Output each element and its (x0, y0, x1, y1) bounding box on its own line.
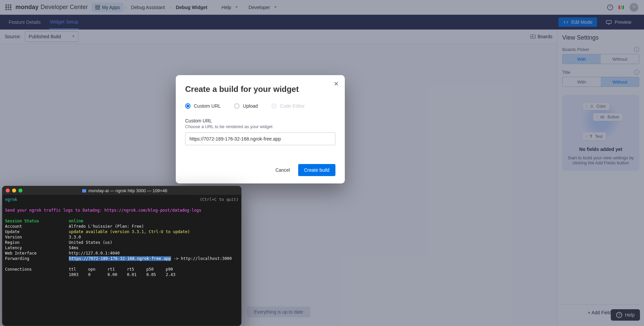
radio-dot (234, 103, 239, 109)
close-icon[interactable]: ✕ (332, 80, 340, 88)
build-type-radios: Custom URL Upload Code Editor (185, 103, 335, 109)
radio-code-editor: Code Editor (271, 103, 305, 109)
radio-custom-url[interactable]: Custom URL (185, 103, 221, 109)
radio-dot (271, 103, 277, 109)
radio-label: Upload (243, 103, 258, 109)
terminal-title: monday-ai — ngrok http 3000 — 109×46 (12, 188, 238, 193)
radio-label: Code Editor (280, 103, 305, 109)
create-build-button[interactable]: Create build (298, 164, 336, 176)
terminal-window: monday-ai — ngrok http 3000 — 109×46 ngr… (2, 186, 241, 326)
cancel-button[interactable]: Cancel (270, 164, 296, 176)
create-build-modal: ✕ Create a build for your widget Custom … (176, 75, 345, 183)
radio-upload[interactable]: Upload (234, 103, 258, 109)
terminal-body[interactable]: ngrok(Ctrl+C to quit) Send your ngrok tr… (2, 195, 241, 280)
custom-url-hint: Choose a URL to be rendered as your widg… (185, 124, 335, 129)
radio-label: Custom URL (194, 103, 221, 109)
terminal-titlebar[interactable]: monday-ai — ngrok http 3000 — 109×46 (2, 186, 241, 195)
folder-icon (82, 189, 86, 193)
custom-url-label: Custom URL (185, 118, 335, 123)
radio-dot (185, 103, 191, 109)
custom-url-input[interactable] (185, 132, 335, 145)
modal-title: Create a build for your widget (185, 85, 335, 94)
